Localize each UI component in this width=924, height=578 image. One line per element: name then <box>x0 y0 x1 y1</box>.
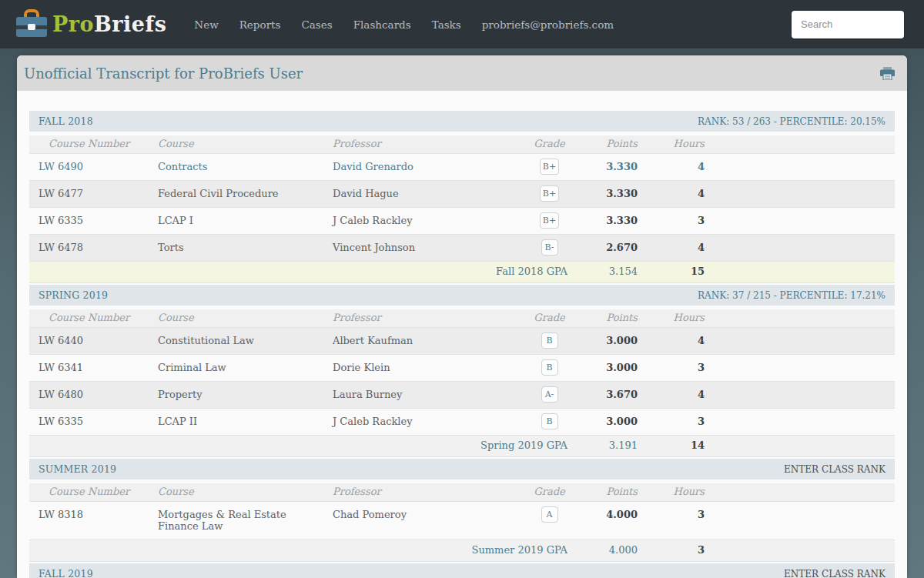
column-header-filler <box>705 135 895 154</box>
column-header-prof: Professor <box>327 135 531 154</box>
nav-menu: New Reports Cases Flashcards Tasks probr… <box>194 18 614 31</box>
briefcase-icon <box>15 9 48 40</box>
grade-cell: B <box>531 409 567 436</box>
courses-table: Course NumberCourseProfessorGradePointsH… <box>29 483 895 562</box>
filler-cell <box>705 409 895 436</box>
filler-cell <box>705 382 895 409</box>
course-number-cell[interactable]: LW 6480 <box>29 382 152 409</box>
professor-cell[interactable]: David Grenardo <box>327 154 531 181</box>
semester-name: FALL 2019 <box>38 568 93 578</box>
grade-badge[interactable]: A- <box>541 386 558 403</box>
search-container <box>792 11 904 38</box>
course-name-cell[interactable]: Property <box>152 382 327 409</box>
grade-badge[interactable]: B+ <box>540 159 559 175</box>
brand-rest: Briefs <box>94 12 166 36</box>
course-name-cell[interactable]: Federal Civil Procedure <box>152 181 327 208</box>
course-number-cell[interactable]: LW 8318 <box>29 502 152 540</box>
gpa-label: Summer 2019 GPA <box>29 540 567 562</box>
column-header-grade: Grade <box>531 135 567 154</box>
points-cell: 3.000 <box>567 409 638 436</box>
column-header-prof: Professor <box>327 309 531 328</box>
gpa-value: 3.154 <box>567 262 638 283</box>
course-row: LW 6480PropertyLaura BurneyA-3.6704 <box>29 382 895 409</box>
professor-cell[interactable]: J Caleb Rackley <box>327 208 531 235</box>
column-header-course: Course <box>152 309 327 328</box>
hours-cell: 4 <box>638 181 705 208</box>
professor-cell[interactable]: Dorie Klein <box>327 355 531 382</box>
grade-cell: B <box>531 355 567 382</box>
nav-item-account-email[interactable]: probriefs@probriefs.com <box>482 18 614 31</box>
gpa-summary-row: Summer 2019 GPA4.0003 <box>29 540 895 562</box>
points-cell: 3.330 <box>567 154 638 181</box>
course-name-cell[interactable]: Criminal Law <box>152 355 327 382</box>
professor-cell[interactable]: Albert Kaufman <box>327 328 531 355</box>
nav-item-flashcards[interactable]: Flashcards <box>353 18 411 31</box>
professor-cell[interactable]: J Caleb Rackley <box>327 409 531 436</box>
course-name-cell[interactable]: Torts <box>152 235 327 262</box>
nav-item-cases[interactable]: Cases <box>301 18 332 31</box>
grade-badge[interactable]: B- <box>541 239 558 256</box>
gpa-summary-row: Fall 2018 GPA3.15415 <box>29 262 895 283</box>
course-number-cell[interactable]: LW 6341 <box>29 355 152 382</box>
hours-cell: 3 <box>638 355 705 382</box>
column-header-grade: Grade <box>531 309 567 328</box>
semester-section: SPRING 2019RANK: 37 / 215 - PERCENTILE: … <box>29 285 895 457</box>
semester-section: SUMMER 2019ENTER CLASS RANKCourse Number… <box>29 459 895 562</box>
column-header-hours: Hours <box>638 483 705 502</box>
course-number-cell[interactable]: LW 6335 <box>29 409 152 436</box>
course-row: LW 6440Constitutional LawAlbert KaufmanB… <box>29 328 895 355</box>
filler-cell <box>705 235 895 262</box>
gpa-total-hours: 3 <box>638 540 705 562</box>
professor-cell[interactable]: Chad Pomeroy <box>327 502 531 540</box>
course-name-cell[interactable]: Contracts <box>152 154 327 181</box>
course-name-cell[interactable]: Constitutional Law <box>152 328 327 355</box>
hours-cell: 4 <box>638 382 705 409</box>
professor-cell[interactable]: Vincent Johnson <box>327 235 531 262</box>
column-header-num: Course Number <box>29 135 152 154</box>
nav-item-new[interactable]: New <box>194 18 218 31</box>
filler-cell <box>705 355 895 382</box>
course-number-cell[interactable]: LW 6490 <box>29 154 152 181</box>
enter-class-rank-link[interactable]: ENTER CLASS RANK <box>784 464 886 475</box>
grade-badge[interactable]: B+ <box>540 212 559 229</box>
course-number-cell[interactable]: LW 6440 <box>29 328 152 355</box>
grade-cell: A- <box>531 382 567 409</box>
course-number-cell[interactable]: LW 6477 <box>29 181 152 208</box>
enter-class-rank-link[interactable]: ENTER CLASS RANK <box>784 569 886 578</box>
gpa-label: Spring 2019 GPA <box>29 436 567 457</box>
grade-cell: B+ <box>531 154 567 181</box>
rank-percentile-text: RANK: 53 / 263 - PERCENTILE: 20.15% <box>698 116 886 127</box>
course-row: LW 6478TortsVincent JohnsonB-2.6704 <box>29 235 895 262</box>
professor-cell[interactable]: Laura Burney <box>327 382 531 409</box>
grade-badge[interactable]: B <box>541 413 558 429</box>
print-button[interactable] <box>879 65 896 82</box>
course-number-cell[interactable]: LW 6335 <box>29 208 152 235</box>
course-name-cell[interactable]: Mortgages & Real Estate Finance Law <box>152 502 327 540</box>
grade-badge[interactable]: B <box>541 332 558 349</box>
course-name-cell[interactable]: LCAP II <box>152 409 327 436</box>
course-number-cell[interactable]: LW 6478 <box>29 235 152 262</box>
hours-cell: 4 <box>638 328 705 355</box>
search-input[interactable] <box>792 11 904 38</box>
semester-band: FALL 2019ENTER CLASS RANK <box>29 563 895 578</box>
gpa-label: Fall 2018 GPA <box>29 262 567 283</box>
nav-item-reports[interactable]: Reports <box>239 18 281 31</box>
points-cell: 3.330 <box>567 208 638 235</box>
hours-cell: 4 <box>638 154 705 181</box>
course-row: LW 6335LCAP IIJ Caleb RackleyB3.0003 <box>29 409 895 436</box>
nav-item-tasks[interactable]: Tasks <box>432 18 461 31</box>
grade-badge[interactable]: B+ <box>540 185 559 202</box>
points-cell: 3.000 <box>567 328 638 355</box>
hours-cell: 4 <box>638 235 705 262</box>
card-header: Unofficial Transcript for ProBriefs User <box>17 55 907 91</box>
semester-section: FALL 2018RANK: 53 / 263 - PERCENTILE: 20… <box>29 111 895 283</box>
points-cell: 3.000 <box>567 355 638 382</box>
column-header-grade: Grade <box>531 483 567 502</box>
transcript-card: Unofficial Transcript for ProBriefs User… <box>17 55 907 578</box>
grade-badge[interactable]: A <box>541 506 558 523</box>
brand-logo[interactable]: ProBriefs <box>15 9 166 40</box>
professor-cell[interactable]: David Hague <box>327 181 531 208</box>
gpa-total-hours: 14 <box>638 436 705 457</box>
grade-badge[interactable]: B <box>541 359 558 376</box>
course-name-cell[interactable]: LCAP I <box>152 208 327 235</box>
